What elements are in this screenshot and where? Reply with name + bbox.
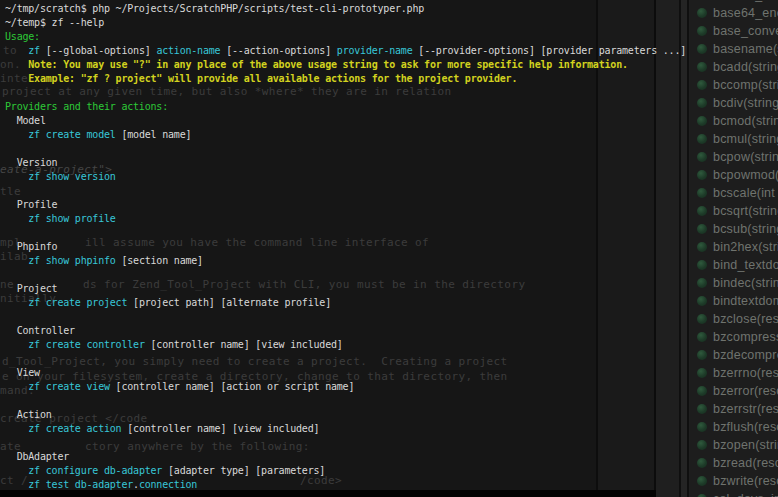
terminal-line: zf create controller [controller name] [… (5, 338, 686, 352)
function-list-item[interactable]: bcdiv(string (690, 94, 778, 112)
terminal-line: Action (5, 408, 686, 422)
terminal-text-segment: ~/tmp/scratch$ php ~/Projects/ScratchPHP… (5, 3, 424, 14)
function-list-item-label: bzerrno(res (713, 366, 778, 380)
terminal-text-segment: zf test db-adapter (28, 479, 133, 490)
function-circle-icon (697, 152, 707, 162)
function-circle-icon (697, 80, 707, 90)
function-circle-icon (697, 386, 707, 396)
function-list-item[interactable]: bin2hex(strin (690, 238, 778, 256)
terminal-line: Providers and their actions: (5, 100, 686, 114)
function-list-item-label: cal_days_in (713, 492, 778, 497)
terminal-text-segment: [--action-options] (220, 45, 336, 56)
function-list-item-label: bzopen(strin (713, 438, 778, 452)
function-list-item[interactable]: bind_textdo (690, 256, 778, 274)
terminal-text-segment: [project path] [alternate profile] (127, 297, 331, 308)
terminal-text-segment: zf create model (28, 129, 115, 140)
terminal-text-segment: zf create controller (28, 339, 144, 350)
function-list-item[interactable]: bcmul(string (690, 130, 778, 148)
terminal-line (5, 436, 686, 450)
function-list-item[interactable]: bzerrstr(res (690, 400, 778, 418)
function-list-item-label: bcpow(string (713, 150, 778, 164)
terminal-line: DbAdapter (5, 450, 686, 464)
function-list-item[interactable]: cal_days_in (690, 490, 778, 497)
terminal-text-segment: zf (28, 45, 40, 56)
function-list-item-label: bindec(string (713, 276, 778, 290)
function-list-item[interactable]: bzopen(strin (690, 436, 778, 454)
terminal-line: zf show version (5, 170, 686, 184)
function-circle-icon (697, 350, 707, 360)
function-list-item-label: bcmul(string (713, 132, 778, 146)
function-list-item-label: base64_deco (713, 0, 778, 2)
function-list-item[interactable]: bzdecompre (690, 346, 778, 364)
terminal-line: zf create view [controller name] [action… (5, 380, 686, 394)
function-list-item-label: bzread(reso (713, 456, 778, 470)
terminal-text-segment (5, 255, 28, 266)
function-circle-icon (697, 26, 707, 36)
terminal-text-segment: Controller (5, 325, 75, 336)
function-list-item-label: bzflush(reso (713, 420, 778, 434)
terminal-line: zf [--global-options] action-name [--act… (5, 44, 686, 58)
terminal-output[interactable]: ~/tmp/scratch$ php ~/Projects/ScratchPHP… (5, 2, 686, 492)
function-list-item[interactable]: bcsub(string (690, 220, 778, 238)
function-list-item-label: bcadd(string (713, 60, 778, 74)
terminal-text-segment: zf configure db-adapter (28, 465, 162, 476)
terminal-text-segment: zf create project (28, 297, 127, 308)
terminal-text-segment: [--global-options] (40, 45, 156, 56)
function-list-item[interactable]: bindec(string (690, 274, 778, 292)
terminal-line (5, 226, 686, 240)
function-list-item[interactable]: bindtextdom (690, 292, 778, 310)
function-circle-icon (697, 476, 707, 486)
terminal-line (5, 310, 686, 324)
function-list-item[interactable]: bzclose(reso (690, 310, 778, 328)
terminal-text-segment: Profile (5, 199, 57, 210)
function-list-item[interactable]: base_conver (690, 22, 778, 40)
terminal-text-segment: Phpinfo (5, 241, 57, 252)
function-list-item[interactable]: basename(st (690, 40, 778, 58)
terminal-line: ~/temp$ zf --help (5, 16, 686, 30)
function-list-item[interactable]: bccomp(strin (690, 76, 778, 94)
function-list-item[interactable]: bcpowmod(st (690, 166, 778, 184)
function-list-item-label: bccomp(strin (713, 78, 778, 92)
terminal-line: ~/tmp/scratch$ php ~/Projects/ScratchPHP… (5, 2, 686, 16)
function-list-item[interactable]: bzflush(reso (690, 418, 778, 436)
terminal-text-segment: zf show profile (28, 213, 115, 224)
function-list-item-label: bcscale(int $ (713, 186, 778, 200)
function-list-item-label: bzdecompre (713, 348, 778, 362)
terminal-text-segment: [model name] (116, 129, 192, 140)
function-list-item[interactable]: bzerrno(res (690, 364, 778, 382)
function-list-item[interactable]: bzerror(reso (690, 382, 778, 400)
terminal-line: Usage: (5, 30, 686, 44)
terminal-text-segment: Usage: (5, 31, 40, 42)
function-list-item-label: bzerror(reso (713, 384, 778, 398)
function-list-item[interactable]: bcadd(string (690, 58, 778, 76)
terminal-line (5, 142, 686, 156)
function-list-item-label: bcpowmod(st (713, 168, 778, 182)
terminal-line: zf create action [controller name] [view… (5, 422, 686, 436)
function-circle-icon (697, 458, 707, 468)
function-circle-icon (697, 422, 707, 432)
function-list-item[interactable]: bcpow(string (690, 148, 778, 166)
function-list-item[interactable]: bcscale(int $ (690, 184, 778, 202)
function-list-item[interactable]: bzcompress (690, 328, 778, 346)
terminal-text-segment: Action (5, 409, 52, 420)
terminal-line: Profile (5, 198, 686, 212)
function-circle-icon (697, 8, 707, 18)
terminal-text-segment: Note: You may use "?" in any place of th… (5, 59, 628, 70)
terminal-text-segment (5, 297, 28, 308)
function-list-panel: base64_decobase64_encobase_converbasenam… (690, 0, 778, 497)
terminal-text-segment (5, 213, 28, 224)
terminal-text-segment: zf show phpinfo (28, 255, 115, 266)
terminal-line: zf show profile (5, 212, 686, 226)
function-list-item[interactable]: bcsqrt(string (690, 202, 778, 220)
terminal-line: Version (5, 156, 686, 170)
function-circle-icon (697, 206, 707, 216)
terminal-line: zf create project [project path] [altern… (5, 296, 686, 310)
terminal-line: Model (5, 114, 686, 128)
function-list-item[interactable]: bzwrite(reso (690, 472, 778, 490)
function-list-item[interactable]: bcmod(string (690, 112, 778, 130)
function-list-item[interactable]: base64_enco (690, 4, 778, 22)
terminal-text-segment: action-name (156, 45, 220, 56)
function-list-item-label: bcsub(string (713, 222, 778, 236)
function-list-item-label: bzerrstr(res (713, 402, 778, 416)
function-list-item[interactable]: bzread(reso (690, 454, 778, 472)
